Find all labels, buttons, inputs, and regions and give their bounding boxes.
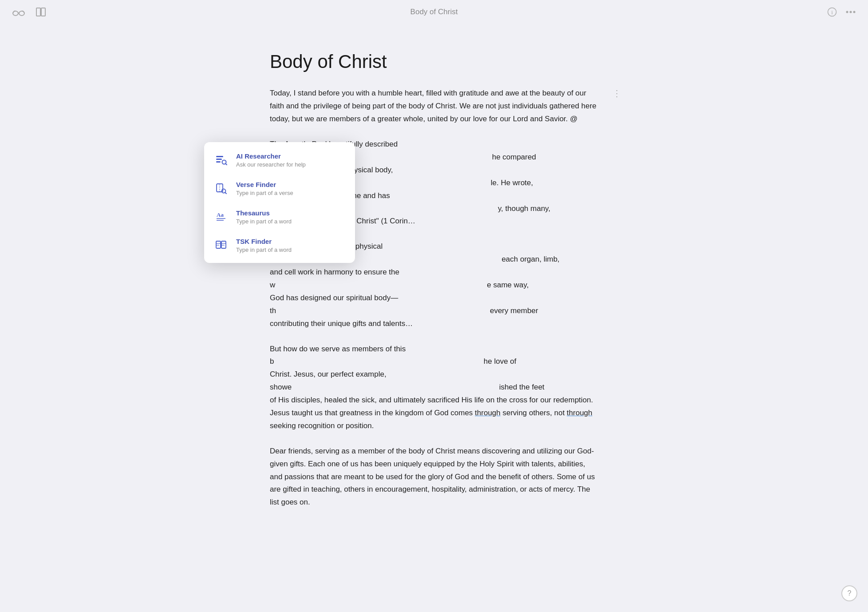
- menu-item-verse-finder[interactable]: Verse Finder Type in part of a verse: [204, 174, 355, 203]
- verse-finder-title: Verse Finder: [236, 180, 293, 189]
- thesaurus-title: Thesaurus: [236, 209, 292, 218]
- svg-rect-2: [36, 8, 40, 16]
- verse-finder-text: Verse Finder Type in part of a verse: [236, 180, 293, 196]
- svg-rect-11: [216, 159, 222, 160]
- menu-item-thesaurus[interactable]: Aa Thesaurus Type in part of a word: [204, 203, 355, 231]
- thesaurus-subtitle: Type in part of a word: [236, 218, 292, 225]
- header: Body of Christ i: [0, 0, 868, 24]
- menu-item-ai-researcher[interactable]: AI Researcher Ask our researcher for hel…: [204, 146, 355, 174]
- svg-rect-12: [216, 161, 221, 163]
- document-title: Body of Christ: [270, 51, 598, 73]
- book-icon[interactable]: [34, 5, 48, 19]
- tsk-finder-subtitle: Type in part of a word: [236, 246, 292, 253]
- verse-finder-subtitle: Type in part of a verse: [236, 190, 293, 196]
- glasses-icon[interactable]: [11, 6, 27, 18]
- header-title: Body of Christ: [410, 8, 458, 16]
- paragraph-4: But how do we serve as members of this b…: [270, 343, 598, 433]
- ai-researcher-icon: [213, 152, 229, 168]
- paragraph-1: Today, I stand before you with a humble …: [270, 87, 598, 126]
- help-label: ?: [848, 589, 852, 597]
- svg-rect-10: [216, 156, 223, 157]
- verse-finder-icon: [213, 180, 229, 196]
- help-button[interactable]: ?: [841, 585, 857, 601]
- svg-point-8: [850, 11, 852, 13]
- header-right: i: [825, 5, 857, 19]
- info-button[interactable]: i: [825, 5, 839, 19]
- tsk-finder-text: TSK Finder Type in part of a word: [236, 237, 292, 253]
- paragraph-5-text: Dear friends, serving as a member of the…: [270, 447, 595, 507]
- ai-researcher-subtitle: Ask our researcher for help: [236, 161, 306, 168]
- ai-researcher-text: AI Researcher Ask our researcher for hel…: [236, 152, 306, 168]
- thesaurus-text: Thesaurus Type in part of a word: [236, 209, 292, 225]
- main-content: Body of Christ Today, I stand before you…: [234, 24, 634, 557]
- context-dropdown-menu: AI Researcher Ask our researcher for hel…: [204, 142, 355, 263]
- thesaurus-icon: Aa: [213, 209, 229, 225]
- svg-rect-22: [221, 241, 226, 248]
- paragraph-4-text: But how do we serve as members of this b…: [270, 345, 593, 430]
- paragraph-5: Dear friends, serving as a member of the…: [270, 445, 598, 509]
- svg-text:i: i: [831, 9, 833, 16]
- svg-point-9: [853, 11, 856, 13]
- svg-line-14: [226, 164, 227, 165]
- svg-point-7: [846, 11, 848, 13]
- svg-line-17: [225, 193, 227, 194]
- paragraph-1-text: Today, I stand before you with a humble …: [270, 89, 596, 123]
- tsk-finder-icon: [213, 237, 229, 253]
- menu-item-tsk-finder[interactable]: TSK Finder Type in part of a word: [204, 231, 355, 259]
- paragraph-context-menu[interactable]: ⋮: [610, 87, 625, 99]
- svg-rect-3: [41, 8, 45, 16]
- ai-researcher-title: AI Researcher: [236, 152, 306, 161]
- underlined-word-through2: through: [567, 409, 592, 417]
- header-left: [11, 5, 48, 19]
- svg-rect-21: [216, 241, 221, 248]
- more-button[interactable]: [844, 9, 857, 15]
- svg-text:Aa: Aa: [217, 211, 224, 218]
- underlined-word-through: through: [475, 409, 501, 417]
- tsk-finder-title: TSK Finder: [236, 237, 292, 246]
